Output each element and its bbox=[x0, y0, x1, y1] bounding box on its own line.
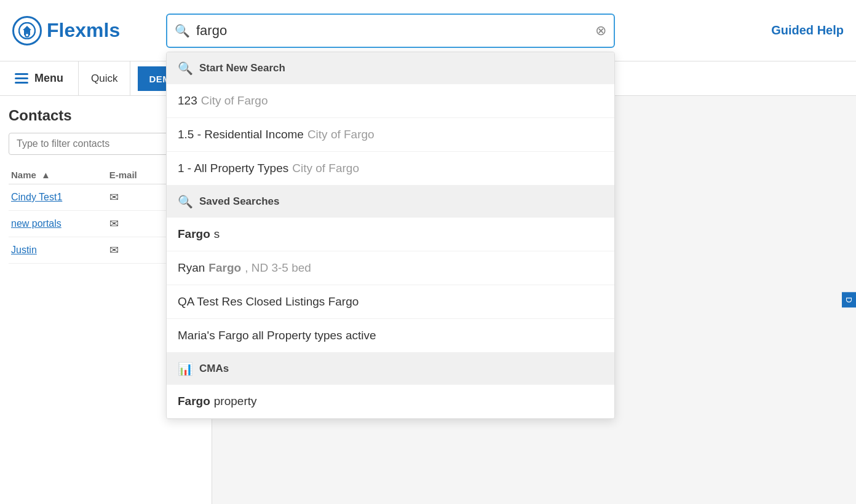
dropdown-section-header: 🔍Saved Searches bbox=[167, 186, 614, 218]
search-dropdown: 🔍Start New Search123 City of Fargo1.5 - … bbox=[166, 52, 615, 419]
search-plus-icon: 🔍 bbox=[178, 61, 193, 76]
item-bold-text: Fargo bbox=[178, 227, 210, 241]
dropdown-item[interactable]: QA Test Res Closed Listings Fargo bbox=[167, 285, 614, 319]
guided-help-link[interactable]: Guided Help bbox=[771, 23, 844, 37]
item-normal-text: 1.5 - Residential Income bbox=[178, 128, 304, 141]
sort-arrow-icon: ▲ bbox=[41, 170, 50, 180]
quick-label: Quick bbox=[91, 73, 117, 85]
dropdown-item[interactable]: 1.5 - Residential Income City of Fargo bbox=[167, 118, 614, 152]
svg-point-1 bbox=[25, 33, 29, 37]
item-gray-text: , ND 3-5 bed bbox=[245, 261, 311, 275]
search-plus-icon: 🔍 bbox=[178, 194, 193, 209]
dropdown-section-header: 🔍Start New Search bbox=[167, 52, 614, 84]
app-header: Flexmls 🔍 ⊗ 🔍Start New Search123 City of… bbox=[0, 0, 856, 61]
contact-name-link[interactable]: new portals bbox=[11, 218, 61, 229]
logo-area: Flexmls bbox=[12, 16, 154, 45]
search-wrapper: 🔍 ⊗ 🔍Start New Search123 City of Fargo1.… bbox=[166, 14, 615, 48]
search-icon: 🔍 bbox=[175, 23, 190, 38]
email-icon[interactable]: ✉ bbox=[109, 218, 119, 230]
item-normal-text: Maria's Fargo all Property types active bbox=[178, 329, 376, 342]
dropdown-item[interactable]: Fargos bbox=[167, 218, 614, 251]
section-label: Saved Searches bbox=[199, 195, 279, 208]
quick-button[interactable]: Quick bbox=[79, 61, 130, 95]
section-label: CMAs bbox=[199, 363, 229, 375]
email-column-header[interactable]: E-mail bbox=[107, 166, 164, 184]
hamburger-icon bbox=[15, 73, 28, 84]
dropdown-item[interactable]: Maria's Fargo all Property types active bbox=[167, 319, 614, 353]
logo-text: Flexmls bbox=[47, 19, 120, 42]
dropdown-item[interactable]: Fargo property bbox=[167, 385, 614, 419]
contact-name-link[interactable]: Cindy Test1 bbox=[11, 192, 62, 202]
bar-chart-icon: 📊 bbox=[178, 361, 193, 376]
dropdown-item[interactable]: 123 City of Fargo bbox=[167, 84, 614, 118]
email-icon[interactable]: ✉ bbox=[109, 244, 119, 256]
section-label: Start New Search bbox=[199, 62, 285, 74]
item-normal-text: 123 bbox=[178, 94, 197, 108]
item-normal-text: 1 - All Property Types bbox=[178, 162, 288, 175]
search-box: 🔍 ⊗ bbox=[166, 14, 615, 48]
item-normal-text: s bbox=[214, 227, 220, 241]
item-gray-text: City of Fargo bbox=[307, 128, 374, 141]
item-bold-text: Fargo bbox=[178, 395, 210, 408]
item-gray-text: City of Fargo bbox=[201, 94, 268, 108]
item-normal-text: QA Test Res Closed Listings Fargo bbox=[178, 295, 359, 309]
logo-icon bbox=[12, 16, 42, 45]
name-column-header[interactable]: Name ▲ bbox=[9, 166, 107, 184]
item-gray-text: City of Fargo bbox=[292, 162, 359, 175]
menu-button[interactable]: Menu bbox=[0, 61, 79, 95]
item-bold-gray-text: Fargo bbox=[208, 261, 241, 275]
dropdown-item[interactable]: 1 - All Property Types City of Fargo bbox=[167, 152, 614, 186]
dropdown-section-header: 📊CMAs bbox=[167, 353, 614, 385]
contact-name-link[interactable]: Justin bbox=[11, 245, 37, 255]
search-input[interactable] bbox=[196, 23, 589, 39]
item-normal-text: property bbox=[214, 395, 257, 408]
menu-label: Menu bbox=[34, 72, 63, 85]
right-panel-button[interactable]: D bbox=[842, 292, 856, 307]
item-normal-text: Ryan bbox=[178, 261, 205, 275]
dropdown-item[interactable]: Ryan Fargo, ND 3-5 bed bbox=[167, 251, 614, 285]
email-icon[interactable]: ✉ bbox=[109, 191, 119, 203]
search-clear-button[interactable]: ⊗ bbox=[595, 23, 606, 39]
